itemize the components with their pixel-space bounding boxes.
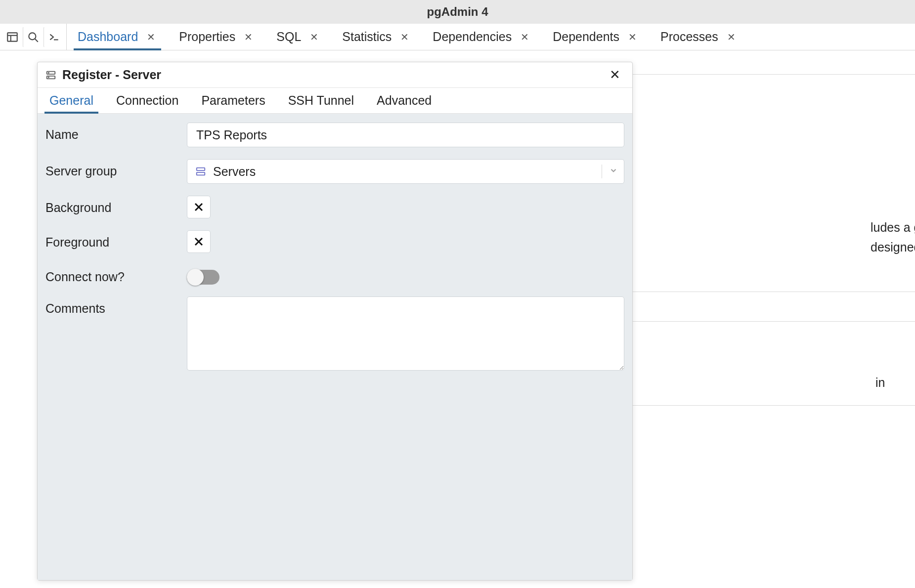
foreground-color-clear-button[interactable] bbox=[187, 230, 211, 253]
background-label: Background bbox=[45, 196, 187, 215]
close-icon[interactable]: ✕ bbox=[626, 30, 639, 44]
top-strip: Dashboard ✕ Properties ✕ SQL ✕ Statistic… bbox=[0, 24, 915, 50]
window-titlebar: pgAdmin 4 bbox=[0, 0, 915, 24]
name-input[interactable] bbox=[187, 123, 624, 147]
tab-label: Processes bbox=[660, 30, 718, 44]
server-group-label: Server group bbox=[45, 159, 187, 178]
background-color-clear-button[interactable] bbox=[187, 196, 211, 218]
server-group-select[interactable]: Servers bbox=[187, 159, 624, 184]
dialog-body: Name Server group Servers bbox=[38, 114, 632, 580]
svg-rect-10 bbox=[197, 168, 205, 171]
close-icon[interactable]: ✕ bbox=[725, 30, 738, 44]
dialog-tab-general[interactable]: General bbox=[41, 88, 102, 113]
server-group-value: Servers bbox=[213, 165, 595, 179]
tab-processes[interactable]: Processes ✕ bbox=[650, 24, 748, 50]
terminal-icon[interactable] bbox=[44, 27, 64, 47]
form-row-server-group: Server group Servers bbox=[45, 159, 624, 184]
tab-dashboard[interactable]: Dashboard ✕ bbox=[67, 24, 168, 50]
tab-label: Dependents bbox=[553, 30, 619, 44]
close-icon[interactable]: ✕ bbox=[519, 30, 531, 44]
mini-toolbar bbox=[0, 24, 67, 50]
tab-label: SSH Tunnel bbox=[288, 93, 354, 108]
tab-label: Advanced bbox=[377, 93, 432, 108]
tab-label: Dashboard bbox=[78, 30, 138, 44]
layout-icon[interactable] bbox=[2, 27, 23, 47]
tab-statistics[interactable]: Statistics ✕ bbox=[331, 24, 422, 50]
search-icon[interactable] bbox=[23, 27, 44, 47]
connect-now-toggle[interactable] bbox=[187, 270, 219, 285]
tab-label: SQL bbox=[276, 30, 301, 44]
svg-point-8 bbox=[48, 72, 49, 73]
form-row-name: Name bbox=[45, 123, 624, 147]
tab-label: General bbox=[49, 93, 93, 108]
tab-label: Statistics bbox=[342, 30, 392, 44]
dialog-title: Register - Server bbox=[62, 68, 161, 82]
server-icon bbox=[45, 70, 56, 81]
tab-sql[interactable]: SQL ✕ bbox=[265, 24, 331, 50]
svg-rect-11 bbox=[197, 172, 205, 175]
register-server-dialog: Register - Server ✕ General Connection P… bbox=[37, 62, 633, 581]
comments-textarea[interactable] bbox=[187, 296, 624, 371]
form-row-connect-now: Connect now? bbox=[45, 265, 624, 285]
close-icon[interactable]: ✕ bbox=[398, 30, 411, 44]
comments-label: Comments bbox=[45, 296, 187, 316]
close-icon[interactable]: ✕ bbox=[607, 66, 623, 84]
foreground-label: Foreground bbox=[45, 230, 187, 250]
svg-rect-0 bbox=[7, 33, 17, 41]
server-group-icon bbox=[195, 166, 206, 177]
dialog-tabbar: General Connection Parameters SSH Tunnel… bbox=[38, 88, 632, 114]
svg-point-3 bbox=[29, 33, 36, 40]
name-label: Name bbox=[45, 123, 187, 142]
close-icon[interactable]: ✕ bbox=[242, 30, 255, 44]
main-tabbar: Dashboard ✕ Properties ✕ SQL ✕ Statistic… bbox=[67, 24, 915, 50]
tab-label: Dependencies bbox=[433, 30, 512, 44]
tab-dependents[interactable]: Dependents ✕ bbox=[542, 24, 650, 50]
connect-now-label: Connect now? bbox=[45, 265, 187, 284]
dialog-tab-ssh-tunnel[interactable]: SSH Tunnel bbox=[279, 88, 363, 113]
close-icon[interactable]: ✕ bbox=[145, 30, 157, 44]
app-title: pgAdmin 4 bbox=[427, 5, 488, 19]
svg-point-9 bbox=[48, 77, 49, 78]
tab-label: Parameters bbox=[201, 93, 265, 108]
toggle-knob bbox=[187, 269, 204, 286]
tab-dependencies[interactable]: Dependencies ✕ bbox=[422, 24, 542, 50]
dialog-tab-advanced[interactable]: Advanced bbox=[368, 88, 440, 113]
form-row-background: Background bbox=[45, 196, 624, 218]
svg-line-4 bbox=[35, 39, 38, 42]
form-row-foreground: Foreground bbox=[45, 230, 624, 253]
tab-label: Properties bbox=[179, 30, 235, 44]
tab-label: Connection bbox=[116, 93, 178, 108]
close-icon[interactable]: ✕ bbox=[308, 30, 320, 44]
chevron-down-icon bbox=[609, 166, 618, 177]
background-text-fragment: in bbox=[875, 376, 915, 390]
background-text-fragment: ludes a g designed bbox=[871, 217, 915, 257]
tab-properties[interactable]: Properties ✕ bbox=[168, 24, 265, 50]
dialog-tab-parameters[interactable]: Parameters bbox=[192, 88, 274, 113]
form-row-comments: Comments bbox=[45, 296, 624, 373]
dialog-header: Register - Server ✕ bbox=[38, 62, 632, 88]
dialog-tab-connection[interactable]: Connection bbox=[107, 88, 187, 113]
